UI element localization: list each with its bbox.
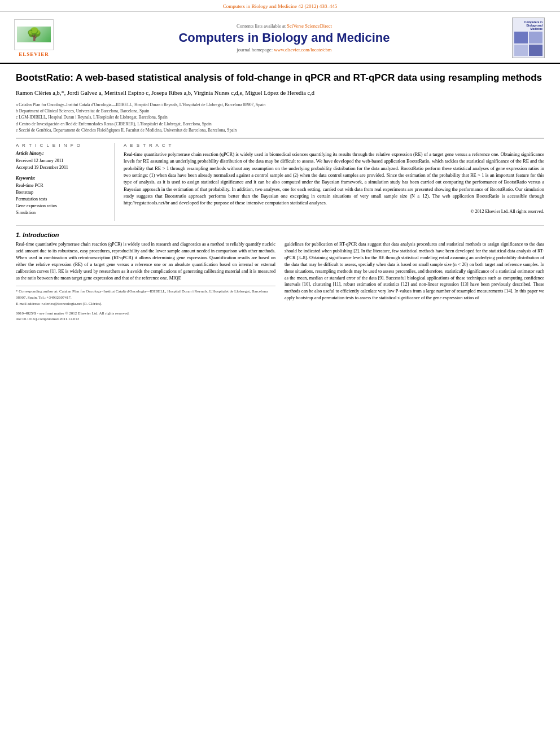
homepage-link[interactable]: www.elsevier.com/locate/cbm — [274, 47, 331, 53]
elsevier-logo: 🌳 ELSEVIER — [11, 19, 56, 57]
article-history-label: Article history: — [16, 151, 108, 156]
tree-icon: 🌳 — [27, 27, 42, 42]
affil-b: b Department of Clinical Sciences, Unive… — [16, 108, 544, 114]
elsevier-logo-image: 🌳 — [14, 19, 54, 50]
journal-reference-bar: Computers in Biology and Medicine 42 (20… — [0, 0, 560, 12]
elsevier-wordmark: ELSEVIER — [19, 51, 49, 57]
intro-left-text: Real-time quantitative polymerase chain … — [16, 241, 275, 281]
keyword-1: Real-time PCR — [16, 182, 108, 189]
affil-e: e Secció de Genètica, Departament de Ciè… — [16, 127, 544, 133]
journal-ref-text: Computers in Biology and Medicine 42 (20… — [223, 3, 338, 9]
keyword-2: Bootstrap — [16, 189, 108, 196]
affiliations: a Catalan Plan for Oncology–Institut Cat… — [16, 102, 544, 138]
intro-right-paragraph: guidelines for publication of RT-qPCR da… — [285, 241, 544, 302]
affil-a: a Catalan Plan for Oncology–Institut Cat… — [16, 102, 544, 108]
article-info-column: A R T I C L E I N F O Article history: R… — [16, 143, 115, 221]
abstract-column: A B S T R A C T Real-time quantitative p… — [124, 143, 544, 221]
affil-c: c LGM-IDIBELL, Hospital Duran i Reynals,… — [16, 114, 544, 120]
journal-cover-image: Computers in Biology and Medicine — [512, 18, 549, 58]
affil-d: d Centro de Investigación en Red de Enfe… — [16, 121, 544, 127]
intro-right-col: guidelines for publication of RT-qPCR da… — [285, 241, 544, 322]
cover-cell-2 — [529, 32, 542, 43]
copyright: © 2012 Elsevier Ltd. All rights reserved… — [124, 209, 544, 214]
intro-left-col: Real-time quantitative polymerase chain … — [16, 241, 275, 322]
article-content: BootstRatio: A web-based statistical ana… — [0, 64, 560, 330]
keywords-label: Keywords: — [16, 176, 108, 181]
sciverse-link[interactable]: SciVerse ScienceDirect — [287, 23, 332, 29]
authors: Ramon Clèries a,b,*, Jordi Galvez a, Mer… — [16, 89, 544, 98]
abstract-header: A B S T R A C T — [124, 143, 544, 148]
footnotes: * Corresponding author at: Catalan Plan … — [16, 286, 275, 307]
cover-thumbnail: Computers in Biology and Medicine — [512, 18, 545, 58]
contents-line: Contents lists available at SciVerse Sci… — [62, 23, 506, 29]
accepted-date: Accepted 19 December 2011 — [16, 164, 108, 171]
keyword-5: Simulation — [16, 209, 108, 216]
introduction-title: 1. Introduction — [16, 231, 544, 238]
page: Computers in Biology and Medicine 42 (20… — [0, 0, 560, 747]
article-info-abstract: A R T I C L E I N F O Article history: R… — [16, 143, 544, 226]
journal-title: Computers in Biology and Medicine — [62, 30, 506, 45]
issn-line: 0010-4825/$ - see front matter © 2012 El… — [16, 311, 129, 316]
doi-line: doi:10.1016/j.compbiomed.2011.12.012 — [16, 317, 79, 321]
keyword-4: Gene expression ratios — [16, 203, 108, 209]
article-info-header: A R T I C L E I N F O — [16, 143, 108, 148]
journal-center-header: Contents lists available at SciVerse Sci… — [62, 23, 506, 53]
cover-cell-4 — [529, 45, 542, 56]
received-date: Received 12 January 2011 — [16, 158, 108, 164]
doi-info: 0010-4825/$ - see front matter © 2012 El… — [16, 311, 275, 322]
journal-homepage-line: journal homepage: www.elsevier.com/locat… — [62, 47, 506, 53]
cover-title: Computers in Biology and Medicine — [514, 20, 542, 30]
abstract-paragraph: Real-time quantitative polymerase chain … — [124, 151, 544, 207]
cover-cell-1 — [514, 32, 528, 43]
keywords-section: Keywords: Real-time PCR Bootstrap Permut… — [16, 176, 108, 216]
footnote-1: * Corresponding author at: Catalan Plan … — [16, 289, 275, 300]
article-history-section: Article history: Received 12 January 201… — [16, 151, 108, 171]
introduction-section: 1. Introduction Real-time quantitative p… — [16, 231, 544, 322]
article-title: BootstRatio: A web-based statistical ana… — [16, 72, 544, 84]
intro-left-paragraph: Real-time quantitative polymerase chain … — [16, 241, 275, 281]
keyword-3: Permutation tests — [16, 196, 108, 203]
footnote-email: E-mail address: r.cleries@iconcologia.ne… — [16, 301, 275, 307]
intro-right-text: guidelines for publication of RT-qPCR da… — [285, 241, 544, 302]
logo-graphic: 🌳 — [17, 27, 51, 42]
cover-grid — [514, 32, 542, 56]
abstract-text: Real-time quantitative polymerase chain … — [124, 151, 544, 207]
journal-header: 🌳 ELSEVIER Contents lists available at S… — [0, 12, 560, 64]
cover-cell-3 — [514, 45, 528, 56]
introduction-body: Real-time quantitative polymerase chain … — [16, 241, 544, 322]
authors-text: Ramon Clèries a,b,*, Jordi Galvez a, Mer… — [16, 90, 314, 96]
